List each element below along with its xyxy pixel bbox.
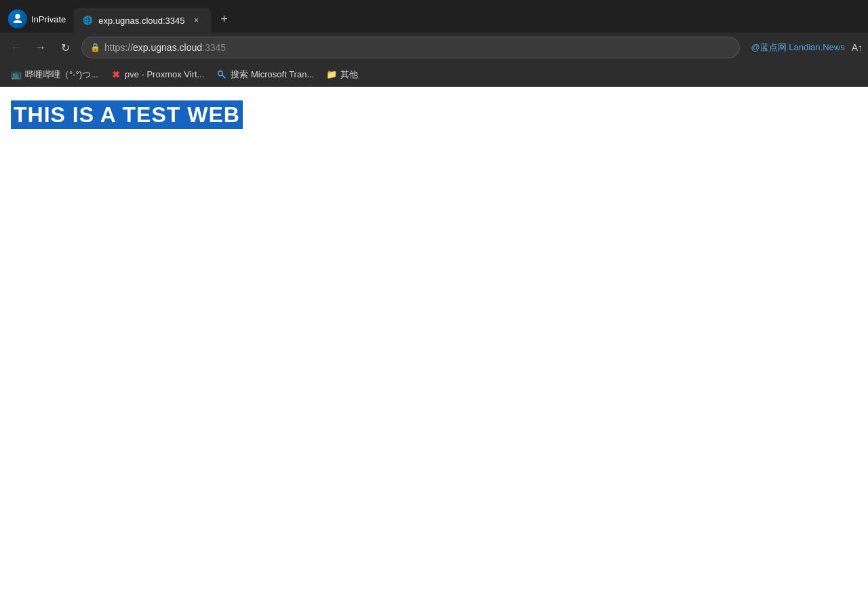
address-domain: exp.ugnas.cloud	[133, 42, 202, 53]
refresh-icon: ↻	[61, 41, 70, 54]
svg-point-0	[218, 71, 223, 75]
reading-mode-icon[interactable]: A↑	[852, 42, 863, 53]
back-button[interactable]: ←	[5, 37, 27, 58]
tab-favicon-icon: 🌐	[82, 15, 93, 26]
bookmark-label-pve: pve - Proxmox Virt...	[125, 69, 205, 79]
bookmark-label-other: 其他	[340, 69, 358, 81]
page-content: THIS IS A TEST WEB	[0, 87, 868, 606]
inprivate-label: InPrivate	[31, 14, 66, 24]
avatar	[8, 10, 27, 29]
forward-button[interactable]: →	[30, 37, 52, 58]
nav-bar-right: @蓝点网 Landian.News A↑	[751, 41, 863, 54]
bookmark-favicon-search	[216, 69, 227, 80]
bookmark-favicon-bilibili: 📺	[11, 69, 22, 80]
active-tab[interactable]: 🌐 exp.ugnas.cloud:3345 ×	[74, 8, 210, 33]
svg-line-1	[222, 75, 226, 78]
address-port: :3345	[202, 42, 226, 53]
bookmarks-bar: 📺 哔哩哔哩（°-°)つ... ✖ pve - Proxmox Virt... …	[0, 62, 868, 87]
lock-icon: 🔒	[90, 43, 100, 52]
page-heading: THIS IS A TEST WEB	[11, 100, 243, 129]
bookmark-item-bilibili[interactable]: 📺 哔哩哔哩（°-°)つ...	[5, 66, 104, 83]
tab-title: exp.ugnas.cloud:3345	[98, 16, 184, 26]
tab-close-button[interactable]: ×	[191, 14, 203, 26]
refresh-button[interactable]: ↻	[54, 37, 76, 58]
forward-icon: →	[35, 41, 46, 54]
tab-bar: InPrivate 🌐 exp.ugnas.cloud:3345 × +	[0, 0, 868, 33]
tab-list: 🌐 exp.ugnas.cloud:3345 × +	[74, 8, 868, 33]
blue-link[interactable]: @蓝点网 Landian.News	[751, 41, 844, 54]
bookmark-favicon-pve: ✖	[111, 69, 121, 80]
bookmark-item-search[interactable]: 搜索 Microsoft Tran...	[211, 66, 319, 83]
bookmark-item-other[interactable]: 📁 其他	[321, 66, 363, 83]
bookmark-favicon-other: 📁	[326, 69, 337, 80]
bookmark-label-search: 搜索 Microsoft Tran...	[231, 69, 314, 81]
new-tab-button[interactable]: +	[214, 8, 235, 30]
address-text: https://exp.ugnas.cloud:3345	[104, 42, 731, 53]
bookmark-item-pve[interactable]: ✖ pve - Proxmox Virt...	[105, 67, 210, 83]
bookmark-label-bilibili: 哔哩哔哩（°-°)つ...	[25, 69, 98, 81]
inprivate-button[interactable]: InPrivate	[0, 5, 74, 33]
address-bar[interactable]: 🔒 https://exp.ugnas.cloud:3345	[81, 37, 740, 58]
browser-frame: InPrivate 🌐 exp.ugnas.cloud:3345 × + ← →…	[0, 0, 868, 606]
address-protocol: https://	[104, 42, 133, 53]
nav-bar: ← → ↻ 🔒 https://exp.ugnas.cloud:3345 @蓝点…	[0, 33, 868, 62]
back-icon: ←	[11, 41, 22, 54]
